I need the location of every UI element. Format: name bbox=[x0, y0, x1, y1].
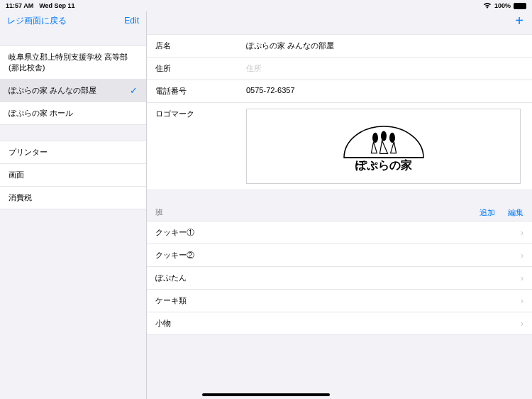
status-date: Wed Sep 11 bbox=[39, 2, 74, 9]
logo-svg: ぽぷらの家 bbox=[327, 118, 440, 175]
sidebar-store-item[interactable]: 岐阜県立郡上特別支援学校 高等部(那比校舎) bbox=[0, 45, 146, 80]
add-button[interactable]: + bbox=[515, 13, 523, 28]
groups-header: 班 追加 編集 bbox=[147, 203, 532, 221]
field-value: ぽぷらの家 みんなの部屋 bbox=[246, 40, 523, 51]
sidebar-item-label: 消費税 bbox=[9, 192, 32, 203]
sidebar-item-label: 画面 bbox=[9, 170, 24, 180]
sidebar-item-label: プリンター bbox=[9, 147, 48, 158]
edit-button[interactable]: Edit bbox=[124, 16, 139, 26]
sidebar-item-screen[interactable]: 画面 bbox=[0, 164, 146, 187]
sidebar-item-label: 岐阜県立郡上特別支援学校 高等部(那比校舎) bbox=[9, 52, 138, 73]
field-phone[interactable]: 電話番号 0575-72-6357 bbox=[147, 80, 532, 103]
chevron-right-icon: › bbox=[521, 273, 523, 283]
sidebar-store-item[interactable]: ぽぷらの家 みんなの部屋 ✓ bbox=[0, 80, 146, 102]
svg-point-6 bbox=[372, 163, 375, 165]
chevron-right-icon: › bbox=[521, 251, 523, 261]
sidebar-item-label: ぽぷらの家 みんなの部屋 bbox=[9, 85, 96, 96]
group-item[interactable]: ケーキ類 › bbox=[147, 290, 532, 312]
status-bar: 11:57 AM Wed Sep 11 100% bbox=[0, 0, 532, 11]
field-label: 電話番号 bbox=[155, 86, 246, 97]
field-label: 住所 bbox=[155, 63, 246, 74]
group-item-label: 小物 bbox=[155, 318, 171, 329]
battery-percent: 100% bbox=[494, 2, 511, 9]
svg-text:ぽぷらの家: ぽぷらの家 bbox=[355, 158, 412, 171]
sidebar-item-tax[interactable]: 消費税 bbox=[0, 187, 146, 209]
svg-point-1 bbox=[381, 131, 387, 141]
field-placeholder: 住所 bbox=[246, 63, 523, 74]
groups-add-button[interactable]: 追加 bbox=[480, 207, 495, 218]
sidebar-store-item[interactable]: ぽぷらの家 ホール bbox=[0, 102, 146, 125]
field-logo[interactable]: ロゴマーク ぽぷらの家 bbox=[147, 103, 532, 190]
sidebar-item-printer[interactable]: プリンター bbox=[0, 141, 146, 164]
chevron-right-icon: › bbox=[521, 296, 523, 306]
back-button[interactable]: レジ画面に戻る bbox=[7, 15, 67, 27]
sidebar: レジ画面に戻る Edit 岐阜県立郡上特別支援学校 高等部(那比校舎) ぽぷらの… bbox=[0, 11, 147, 399]
group-item-label: クッキー① bbox=[155, 227, 194, 238]
group-item[interactable]: 小物 › bbox=[147, 312, 532, 335]
group-item[interactable]: クッキー① › bbox=[147, 221, 532, 244]
chevron-right-icon: › bbox=[521, 228, 523, 238]
svg-point-0 bbox=[372, 133, 378, 143]
group-item-label: クッキー② bbox=[155, 250, 194, 261]
svg-point-2 bbox=[389, 133, 395, 143]
group-item-label: ぽぷたん bbox=[155, 273, 187, 283]
field-value: 0575-72-6357 bbox=[246, 86, 523, 94]
groups-edit-button[interactable]: 編集 bbox=[508, 207, 523, 218]
field-label: ロゴマーク bbox=[155, 109, 246, 119]
group-item[interactable]: クッキー② › bbox=[147, 244, 532, 267]
main-panel: + 店名 ぽぷらの家 みんなの部屋 住所 住所 電話番号 0575-72-635… bbox=[147, 11, 532, 399]
svg-point-5 bbox=[356, 163, 358, 165]
field-store-name[interactable]: 店名 ぽぷらの家 みんなの部屋 bbox=[147, 34, 532, 58]
field-label: 店名 bbox=[155, 40, 246, 51]
checkmark-icon: ✓ bbox=[130, 85, 138, 96]
wifi-icon bbox=[483, 2, 492, 10]
chevron-right-icon: › bbox=[521, 319, 523, 329]
sidebar-item-label: ぽぷらの家 ホール bbox=[9, 108, 73, 119]
status-time: 11:57 AM bbox=[6, 2, 33, 9]
logo-image: ぽぷらの家 bbox=[246, 109, 521, 184]
field-address[interactable]: 住所 住所 bbox=[147, 58, 532, 80]
battery-icon bbox=[514, 3, 526, 9]
sidebar-header: レジ画面に戻る Edit bbox=[0, 11, 146, 30]
groups-title: 班 bbox=[155, 207, 467, 218]
home-indicator[interactable] bbox=[202, 393, 330, 396]
group-item[interactable]: ぽぷたん › bbox=[147, 267, 532, 290]
group-item-label: ケーキ類 bbox=[155, 295, 187, 306]
main-header: + bbox=[147, 11, 532, 30]
